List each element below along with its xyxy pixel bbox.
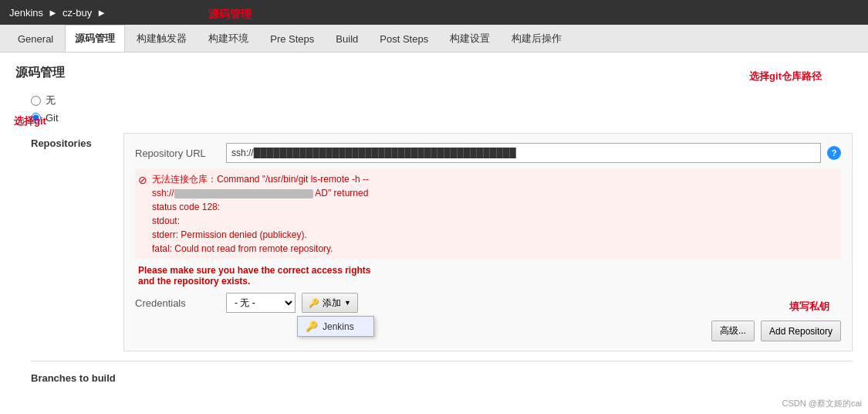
section-title: 源码管理 (15, 65, 853, 81)
credentials-row: Credentials - 无 - 🔑 添加 ▼ 🔑 Jenkins (135, 293, 841, 313)
scm-option-git: Git (31, 112, 853, 124)
credentials-label: Credentials (135, 297, 220, 309)
scm-radio-git[interactable] (31, 113, 41, 123)
main-content: 源码管理 无 Git Repositories Repository URL ?… (0, 53, 868, 414)
add-repository-button[interactable]: Add Repository (761, 321, 841, 341)
branches-section: Branches to build (31, 361, 853, 384)
watermark: CSDN @蔡文姬的cai (782, 398, 862, 409)
jenkins-item-label: Jenkins (323, 321, 354, 332)
help-icon[interactable]: ? (827, 146, 841, 160)
repo-url-input[interactable] (226, 143, 821, 163)
error-text: 无法连接仓库：Command "/usr/bin/git ls-remote -… (152, 172, 369, 256)
breadcrumb-project[interactable]: cz-buy (62, 7, 92, 19)
tab-bar: General 源码管理 构建触发器 构建环境 Pre Steps Build … (0, 25, 868, 53)
scm-option-none: 无 (31, 93, 853, 107)
scm-radio-none[interactable] (31, 96, 41, 106)
breadcrumb-jenkins[interactable]: Jenkins (9, 7, 43, 19)
repositories-label: Repositories (31, 133, 123, 351)
tab-source[interactable]: 源码管理 (65, 25, 125, 52)
tab-env[interactable]: 构建环境 (198, 25, 258, 52)
repositories-content: Repository URL ? ⊘ 无法连接仓库：Command "/usr/… (123, 133, 853, 351)
buttons-row: 高级... Add Repository (135, 321, 841, 341)
error-box: ⊘ 无法连接仓库：Command "/usr/bin/git ls-remote… (135, 169, 841, 259)
scm-label-git: Git (46, 112, 59, 124)
tab-poststeps[interactable]: Post Steps (370, 25, 438, 52)
breadcrumb-sep1: ► (48, 7, 58, 19)
scm-options: 无 Git (31, 93, 853, 124)
add-credentials-button[interactable]: 🔑 添加 ▼ (302, 293, 358, 313)
jenkins-dropdown-item[interactable]: 🔑 Jenkins (298, 317, 373, 336)
tab-triggers[interactable]: 构建触发器 (127, 25, 197, 52)
tab-postbuild[interactable]: 构建后操作 (502, 25, 572, 52)
advanced-button[interactable]: 高级... (711, 321, 755, 341)
tab-presteps[interactable]: Pre Steps (260, 25, 324, 52)
key-icon: 🔑 (309, 298, 319, 308)
dropdown-arrow-icon: ▼ (344, 299, 351, 307)
add-button-label: 添加 (323, 297, 341, 310)
breadcrumb-sep2: ► (96, 7, 106, 19)
error-note: Please make sure you have the correct ac… (135, 265, 841, 287)
credentials-select[interactable]: - 无 - (226, 293, 296, 313)
tab-general[interactable]: General (8, 25, 63, 52)
repositories-section: Repositories Repository URL ? ⊘ 无法连接仓库：C… (31, 133, 853, 351)
tab-build[interactable]: Build (326, 25, 368, 52)
jenkins-dropdown: 🔑 Jenkins (297, 316, 374, 337)
repo-url-label: Repository URL (135, 148, 220, 159)
repo-url-row: Repository URL ? (135, 143, 841, 163)
error-icon: ⊘ (138, 174, 147, 256)
branches-label: Branches to build (31, 369, 123, 384)
jenkins-icon: 🔑 (306, 321, 318, 332)
breadcrumb-bar: Jenkins ► cz-buy ► (0, 0, 868, 25)
tab-settings[interactable]: 构建设置 (440, 25, 500, 52)
scm-label-none: 无 (46, 93, 56, 107)
